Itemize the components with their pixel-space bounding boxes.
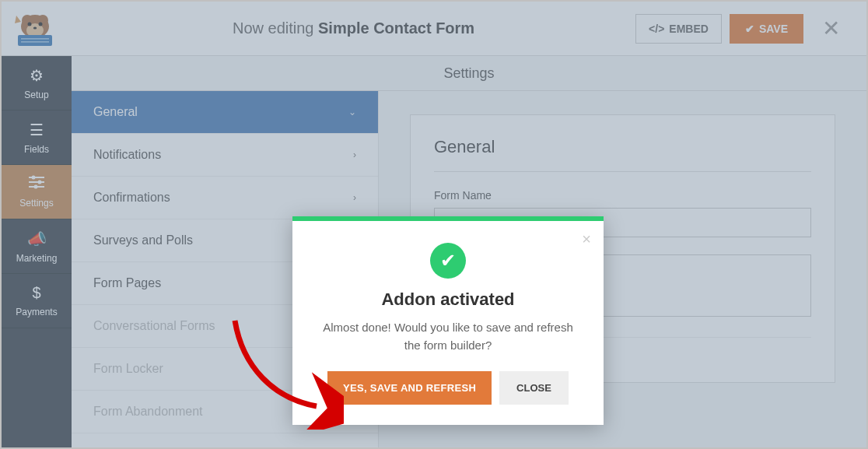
sidebar-item-setup[interactable]: ⚙Setup (2, 56, 72, 110)
modal-body: Almost done! Would you like to save and … (316, 319, 580, 354)
list-icon: ☰ (30, 121, 44, 139)
card-heading: General (434, 137, 811, 172)
left-sidebar: ⚙Setup ☰Fields Settings 📣Marketing $Paym… (2, 56, 72, 449)
svg-point-5 (39, 22, 43, 26)
svg-point-4 (28, 22, 32, 26)
chevron-right-icon: › (353, 192, 356, 203)
chevron-down-icon: ⌄ (348, 107, 356, 118)
svg-point-6 (33, 26, 37, 29)
save-refresh-button[interactable]: YES, SAVE AND REFRESH (327, 371, 492, 405)
success-check-icon: ✔ (430, 243, 466, 279)
dollar-icon: $ (32, 284, 40, 302)
modal-close-icon[interactable]: × (582, 230, 591, 248)
code-icon: </> (649, 23, 664, 35)
top-bar: Now editing Simple Contact Form </>EMBED… (2, 2, 866, 56)
sliders-icon (28, 175, 45, 193)
svg-point-11 (32, 176, 36, 180)
subnav-item-notifications[interactable]: Notifications› (72, 134, 378, 177)
modal-title: Addon activated (316, 289, 580, 310)
svg-rect-9 (21, 41, 49, 43)
embed-button[interactable]: </>EMBED (635, 14, 722, 44)
svg-rect-8 (21, 38, 49, 40)
page-title: Now editing Simple Contact Form (72, 19, 635, 37)
gear-icon: ⚙ (30, 66, 44, 85)
bullhorn-icon: 📣 (27, 230, 47, 248)
settings-header: Settings (72, 56, 866, 91)
sidebar-item-settings[interactable]: Settings (2, 165, 72, 219)
svg-point-15 (34, 185, 38, 189)
addon-activated-modal: × ✔ Addon activated Almost done! Would y… (292, 216, 604, 425)
close-builder-icon[interactable]: ✕ (811, 16, 851, 41)
close-button[interactable]: CLOSE (499, 371, 569, 405)
sidebar-item-fields[interactable]: ☰Fields (2, 110, 72, 165)
sidebar-item-payments[interactable]: $Payments (2, 274, 72, 328)
svg-rect-7 (18, 35, 52, 46)
save-button[interactable]: ✔SAVE (730, 14, 803, 44)
chevron-right-icon: › (353, 149, 356, 160)
editing-prefix: Now editing (233, 19, 318, 37)
subnav-item-general[interactable]: General⌄ (72, 91, 378, 134)
subnav-item-confirmations[interactable]: Confirmations› (72, 177, 378, 219)
svg-point-13 (38, 181, 42, 184)
check-icon: ✔ (745, 23, 754, 35)
form-title: Simple Contact Form (318, 19, 474, 37)
app-logo (2, 2, 72, 56)
form-name-label: Form Name (434, 189, 811, 202)
sidebar-item-marketing[interactable]: 📣Marketing (2, 219, 72, 274)
